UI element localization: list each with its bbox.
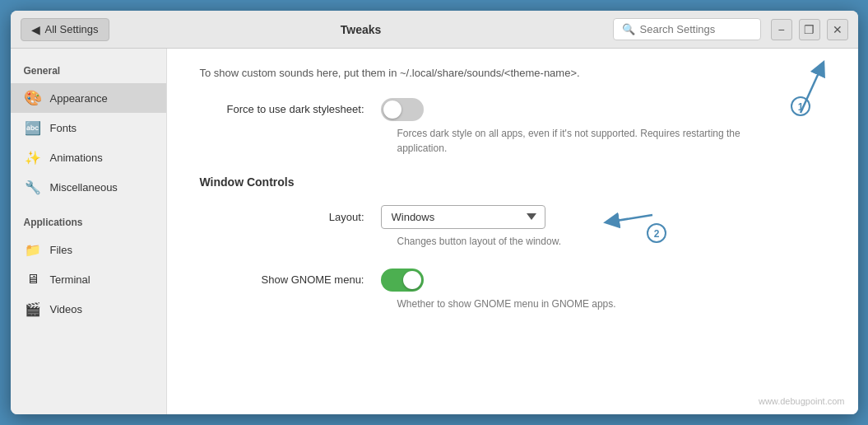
- window-controls: − ❐ ✕: [771, 19, 848, 40]
- sidebar-appearance-label: Appearance: [50, 92, 108, 105]
- sidebar-item-animations[interactable]: ✨ Animations: [11, 142, 166, 172]
- force-dark-row: Force to use dark stylesheet:: [200, 98, 825, 121]
- window-title: Tweaks: [109, 23, 613, 36]
- sidebar-item-files[interactable]: 📁 Files: [11, 235, 166, 264]
- sidebar-item-videos[interactable]: 🎬 Videos: [11, 294, 166, 324]
- window-controls-section-header: Window Controls: [200, 175, 825, 189]
- sidebar-item-terminal[interactable]: 🖥 Terminal: [11, 264, 166, 294]
- annotation-arrow-2: 2: [587, 198, 669, 248]
- sidebar-item-fonts[interactable]: 🔤 Fonts: [11, 113, 166, 142]
- sidebar-files-label: Files: [50, 244, 72, 256]
- gnome-menu-label: Show GNOME menu:: [200, 273, 381, 286]
- fonts-icon: 🔤: [24, 119, 42, 137]
- sidebar-fonts-label: Fonts: [50, 122, 77, 134]
- gnome-menu-thumb: [403, 271, 421, 289]
- sidebar-item-miscellaneous[interactable]: 🔧 Miscellaneous: [11, 172, 166, 202]
- main-window: ◀ All Settings Tweaks 🔍 − ❐ ✕ General 🎨 …: [11, 11, 858, 414]
- force-dark-thumb: [383, 100, 402, 119]
- terminal-icon: 🖥: [24, 270, 42, 288]
- sidebar-applications-heading: Applications: [11, 213, 166, 235]
- videos-icon: 🎬: [24, 300, 42, 318]
- misc-icon: 🔧: [24, 178, 42, 196]
- gnome-menu-description: Whether to show GNOME menu in GNOME apps…: [397, 297, 792, 311]
- watermark: www.debugpoint.com: [759, 396, 845, 406]
- gnome-menu-track: [381, 269, 424, 292]
- back-button-label: All Settings: [45, 23, 99, 35]
- sidebar-general-heading: General: [11, 62, 166, 83]
- search-icon: 🔍: [622, 23, 635, 35]
- maximize-button[interactable]: ❐: [799, 19, 820, 40]
- layout-dropdown[interactable]: Windows macOS GNOME: [381, 205, 545, 229]
- sidebar-misc-label: Miscellaneous: [50, 181, 118, 194]
- intro-text: To show custom sounds here, put them in …: [200, 65, 628, 82]
- appearance-icon: 🎨: [24, 89, 42, 107]
- svg-text:1: 1: [797, 101, 803, 113]
- search-input[interactable]: [640, 23, 747, 35]
- svg-text:2: 2: [653, 228, 659, 240]
- sidebar-animations-label: Animations: [50, 152, 103, 164]
- main-content: 1 To show custom sounds here, put them i…: [167, 49, 858, 414]
- sidebar-videos-label: Videos: [50, 303, 83, 315]
- search-box[interactable]: 🔍: [613, 18, 761, 40]
- files-icon: 📁: [24, 241, 42, 259]
- back-button[interactable]: ◀ All Settings: [21, 18, 109, 41]
- sidebar: General 🎨 Appearance 🔤 Fonts ✨ Animation…: [11, 49, 167, 414]
- sidebar-terminal-label: Terminal: [50, 273, 91, 286]
- minimize-button[interactable]: −: [771, 19, 792, 40]
- force-dark-track: [381, 98, 424, 121]
- animations-icon: ✨: [24, 148, 42, 166]
- back-arrow-icon: ◀: [31, 23, 40, 36]
- layout-row: Layout: Windows macOS GNOME 2: [200, 205, 825, 229]
- annotation-arrow-1: 1: [768, 55, 833, 121]
- content-area: General 🎨 Appearance 🔤 Fonts ✨ Animation…: [11, 49, 858, 414]
- force-dark-toggle[interactable]: [381, 98, 424, 121]
- titlebar: ◀ All Settings Tweaks 🔍 − ❐ ✕: [11, 11, 858, 49]
- gnome-menu-toggle[interactable]: [381, 269, 424, 292]
- layout-label: Layout:: [200, 211, 381, 223]
- gnome-menu-row: Show GNOME menu:: [200, 269, 825, 292]
- force-dark-label: Force to use dark stylesheet:: [200, 103, 381, 115]
- close-button[interactable]: ✕: [827, 19, 848, 40]
- sidebar-item-appearance[interactable]: 🎨 Appearance: [11, 83, 166, 113]
- force-dark-description: Forces dark style on all apps, even if i…: [397, 126, 792, 156]
